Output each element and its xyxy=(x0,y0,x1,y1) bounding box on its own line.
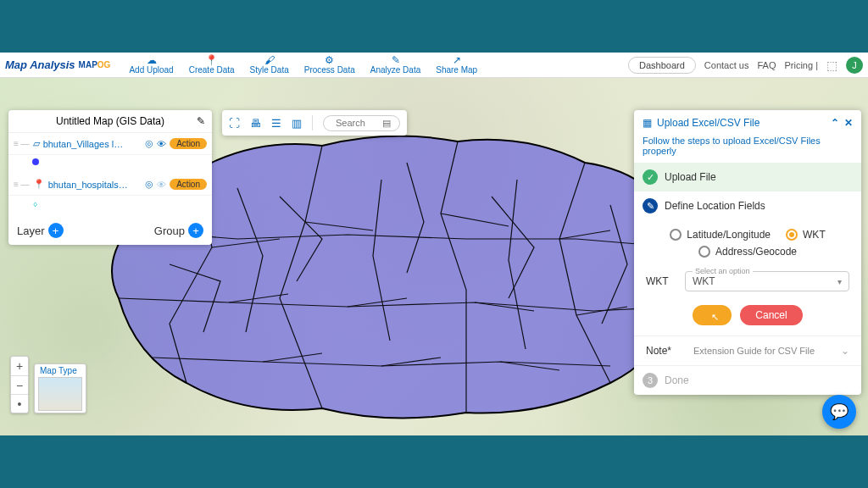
search-options-icon[interactable]: ▤ xyxy=(382,118,391,129)
wkt-field-label: WKT xyxy=(646,275,675,287)
brand-title: Map Analysis xyxy=(5,58,75,71)
upload-panel-title: Upload Excel/CSV File xyxy=(657,117,826,129)
gear-icon: ⚙ xyxy=(325,55,334,65)
cloud-upload-icon: ☁ xyxy=(147,55,157,65)
polygon-layer-icon: ▱ xyxy=(33,138,40,149)
locate-icon[interactable]: ◎ xyxy=(145,179,153,190)
map-type-selани[interactable]: Map Type xyxy=(34,363,86,413)
cursor-icon: ↖ xyxy=(711,312,719,323)
table-icon[interactable]: ▥ xyxy=(292,117,302,130)
faq-link[interactable]: FAQ xyxy=(757,60,776,70)
menu-process-data[interactable]: ⚙Process Data xyxy=(298,55,362,75)
add-group-button[interactable]: + xyxy=(188,223,203,238)
note-text: Extension Guide for CSV File xyxy=(693,346,841,356)
step-label: Upload File xyxy=(665,171,716,183)
search-placeholder: Search xyxy=(336,118,365,128)
menu-style-data[interactable]: 🖌Style Data xyxy=(243,55,296,75)
close-icon[interactable]: ✕ xyxy=(844,117,853,129)
layers-panel: Untitled Map (GIS Data) ✎ ≡ — ▱ bhutan_V… xyxy=(8,110,212,245)
step-done: 3 Done xyxy=(634,366,861,395)
add-layer-label: Layer+ xyxy=(17,223,64,238)
step-define-location[interactable]: ✎ Define Location Fields xyxy=(634,191,861,220)
menu-add-upload[interactable]: ☁Add Upload xyxy=(122,55,180,75)
zoom-out-button[interactable]: − xyxy=(11,375,28,394)
chat-fab[interactable]: 💬 xyxy=(822,395,856,429)
chevron-down-icon: ⌄ xyxy=(841,345,849,357)
select-placeholder: Select an option xyxy=(693,267,753,275)
locate-icon[interactable]: ◎ xyxy=(145,138,153,149)
add-layer-button[interactable]: + xyxy=(48,223,64,238)
wkt-column-select[interactable]: Select an option WKT ▾ xyxy=(685,271,849,291)
layer-name[interactable]: bhutan_Villages l… xyxy=(43,139,142,149)
radio-wkt[interactable]: WKT xyxy=(786,229,826,241)
main-menu: ☁Add Upload 📍Create Data 🖌Style Data ⚙Pr… xyxy=(122,55,484,75)
chevron-down-icon: ▾ xyxy=(837,277,842,286)
brand-sub: MAPOG xyxy=(79,60,111,69)
visibility-off-icon[interactable]: 👁 xyxy=(157,180,166,190)
pin-icon: 📍 xyxy=(205,55,218,65)
visibility-icon[interactable]: 👁 xyxy=(157,139,166,149)
fullscreen-icon[interactable]: ⛶ xyxy=(229,117,240,130)
point-layer-icon: 📍 xyxy=(33,179,45,190)
zoom-control: + − • xyxy=(10,356,29,413)
collapse-icon[interactable]: ⌃ xyxy=(831,117,839,129)
radio-address[interactable]: Address/Geocode xyxy=(698,246,797,258)
brush-icon: 🖌 xyxy=(264,55,275,65)
layer-name[interactable]: bhutan_hospitals… xyxy=(48,180,142,190)
map-type-label: Map Type xyxy=(38,366,82,377)
cancel-button[interactable]: Cancel xyxy=(740,305,802,325)
add-group-label: Group+ xyxy=(154,223,203,238)
dot-symbol-icon xyxy=(32,158,39,165)
search-input[interactable]: Search ▤ xyxy=(323,115,400,131)
map-tools-bar: ⛶ 🖶 ☰ ▥ Search ▤ xyxy=(222,110,407,136)
apps-icon[interactable]: ⬚ xyxy=(826,58,837,72)
layer-action-button[interactable]: Action xyxy=(170,138,207,149)
check-icon: ✓ xyxy=(643,169,658,185)
select-value: WKT xyxy=(693,275,715,287)
pencil-icon: ✎ xyxy=(392,55,400,65)
wkt-field-row: WKT Select an option WKT ▾ xyxy=(634,266,861,302)
upload-panel: ▦ Upload Excel/CSV File ⌃ ✕ Follow the s… xyxy=(634,110,861,395)
avatar[interactable]: J xyxy=(846,57,863,74)
zoom-in-button[interactable]: + xyxy=(11,357,28,375)
drag-handle-icon[interactable]: ≡ — xyxy=(14,139,30,148)
submit-button[interactable]: ↖ xyxy=(693,305,732,325)
print-icon[interactable]: 🖶 xyxy=(250,117,261,130)
note-label: Note* xyxy=(646,345,693,357)
drag-handle-icon[interactable]: ≡ — xyxy=(14,180,30,189)
step-label: Define Location Fields xyxy=(665,200,765,212)
layer-symbol: ⬨ xyxy=(8,196,212,216)
right-menu: Dashboard Contact us FAQ Pricing | ⬚ J xyxy=(628,57,863,74)
note-row[interactable]: Note* Extension Guide for CSV File ⌄ xyxy=(634,336,861,366)
location-type-options: Latitude/Longitude WKT Address/Geocode xyxy=(634,220,861,266)
map-title: Untitled Map (GIS Data) xyxy=(56,115,164,127)
layer-action-button[interactable]: Action xyxy=(170,179,207,190)
pricing-link[interactable]: Pricing | xyxy=(784,60,818,70)
step-number-icon: 3 xyxy=(643,373,658,388)
map-type-thumbnail xyxy=(38,377,82,411)
map-canvas[interactable]: Untitled Map (GIS Data) ✎ ≡ — ▱ bhutan_V… xyxy=(0,78,868,435)
radio-latlon[interactable]: Latitude/Longitude xyxy=(670,229,771,241)
step-label: Done xyxy=(665,374,689,386)
share-icon: ↗ xyxy=(453,55,461,65)
dashboard-button[interactable]: Dashboard xyxy=(628,57,696,74)
top-toolbar: Map Analysis MAPOG ☁Add Upload 📍Create D… xyxy=(0,53,868,78)
step-upload-file[interactable]: ✓ Upload File xyxy=(634,163,861,191)
layer-row[interactable]: ≡ — ▱ bhutan_Villages l… ◎ 👁 Action xyxy=(8,133,212,155)
menu-analyze-data[interactable]: ✎Analyze Data xyxy=(364,55,427,75)
upload-panel-subtitle: Follow the steps to upload Excel/CSV Fil… xyxy=(634,136,861,163)
menu-create-data[interactable]: 📍Create Data xyxy=(182,55,242,75)
contact-link[interactable]: Contact us xyxy=(704,60,749,70)
menu-share-map[interactable]: ↗Share Map xyxy=(429,55,484,75)
edit-step-icon: ✎ xyxy=(643,198,658,214)
edit-title-icon[interactable]: ✎ xyxy=(197,115,205,127)
zoom-reset-button[interactable]: • xyxy=(11,394,28,413)
spreadsheet-icon: ▦ xyxy=(643,117,652,129)
layer-symbol xyxy=(8,155,212,174)
layer-row[interactable]: ≡ — 📍 bhutan_hospitals… ◎ 👁 Action xyxy=(8,174,212,196)
pin-symbol-icon: ⬨ xyxy=(32,197,38,209)
measure-icon[interactable]: ☰ xyxy=(271,117,281,130)
